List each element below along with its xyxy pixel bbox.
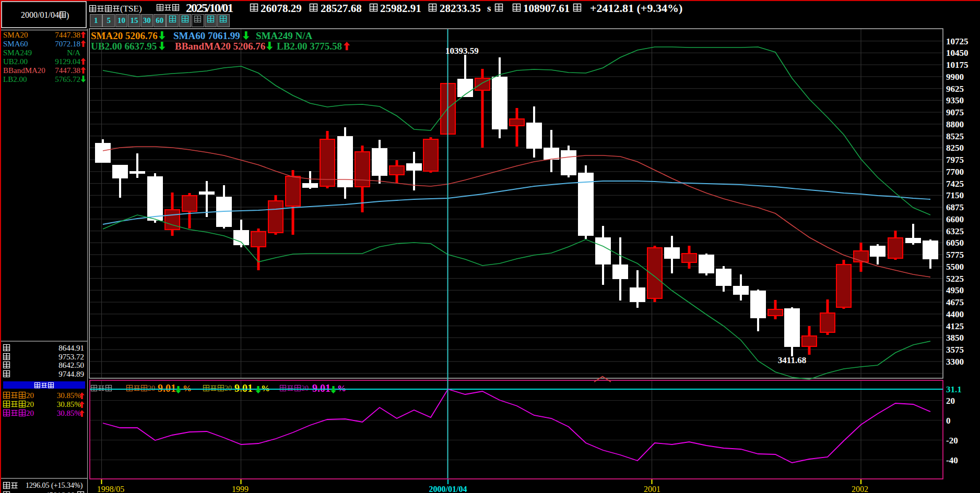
svg-text:2001: 2001 (644, 485, 660, 493)
svg-text:10175: 10175 (946, 60, 969, 70)
svg-text:7425: 7425 (946, 179, 964, 189)
svg-text:10450: 10450 (946, 48, 969, 58)
svg-text:5775: 5775 (946, 250, 964, 260)
svg-text:6325: 6325 (946, 226, 964, 236)
svg-text:1998/05: 1998/05 (97, 485, 124, 493)
svg-text:9350: 9350 (946, 95, 964, 105)
svg-text:4125: 4125 (946, 321, 964, 331)
svg-text:2000/01/04: 2000/01/04 (429, 485, 467, 493)
svg-text:8525: 8525 (946, 131, 964, 141)
svg-text:1999: 1999 (232, 485, 249, 493)
svg-text:7150: 7150 (946, 190, 964, 200)
svg-text:4675: 4675 (946, 297, 964, 307)
svg-text:3411.68: 3411.68 (778, 355, 806, 365)
svg-text:2002: 2002 (852, 485, 868, 493)
svg-text:8250: 8250 (946, 143, 964, 153)
svg-text:6600: 6600 (946, 214, 964, 224)
svg-text:0: 0 (946, 416, 951, 426)
svg-text:31.1: 31.1 (946, 384, 962, 394)
svg-text:3575: 3575 (946, 345, 964, 355)
svg-text:5225: 5225 (946, 274, 964, 284)
svg-text:10393.59: 10393.59 (445, 46, 479, 56)
svg-text:6875: 6875 (946, 202, 964, 212)
svg-text:5500: 5500 (946, 262, 964, 272)
svg-text:3850: 3850 (946, 333, 964, 343)
svg-text:-20: -20 (946, 436, 958, 446)
svg-text:8800: 8800 (946, 119, 964, 129)
svg-text:3300: 3300 (946, 357, 964, 367)
svg-text:7975: 7975 (946, 155, 964, 165)
svg-text:9900: 9900 (946, 72, 964, 82)
svg-text:10725: 10725 (946, 37, 969, 46)
svg-text:4400: 4400 (946, 309, 964, 319)
svg-text:9075: 9075 (946, 107, 964, 117)
svg-text:7700: 7700 (946, 167, 964, 177)
svg-text:6050: 6050 (946, 238, 964, 248)
svg-text:9625: 9625 (946, 84, 964, 94)
svg-text:20: 20 (946, 396, 955, 406)
svg-text:-40: -40 (946, 455, 958, 465)
svg-text:4950: 4950 (946, 285, 964, 295)
